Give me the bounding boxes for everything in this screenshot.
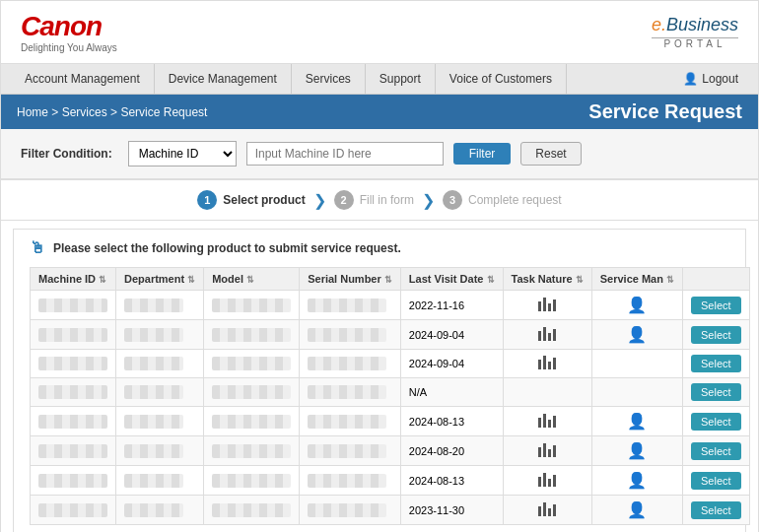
portal-label: PORTAL <box>652 37 738 49</box>
filter-select[interactable]: Machine ID <box>128 141 237 166</box>
cell-task-nature <box>503 291 591 320</box>
cell-service-man: 👤 <box>591 496 682 525</box>
page-title: Service Request <box>588 100 742 123</box>
cell-serial-number <box>300 291 401 320</box>
person-icon: 👤 <box>683 72 698 86</box>
cell-serial-number <box>300 496 401 525</box>
cell-task-nature <box>503 407 591 436</box>
step-2: 2 Fill in form <box>334 190 414 210</box>
cell-department <box>116 436 204 466</box>
cell-serial-number <box>300 350 401 378</box>
col-last-visit: Last Visit Date ⇅ <box>400 268 503 291</box>
step-1: 1 Select product <box>197 190 305 210</box>
nav-support[interactable]: Support <box>366 64 436 94</box>
select-button[interactable]: Select <box>691 472 741 490</box>
content-inner: 🖱 Please select the following product to… <box>14 230 745 532</box>
cell-model <box>204 350 300 378</box>
logout-button[interactable]: 👤 Logout <box>683 72 738 86</box>
service-man-icon: 👤 <box>627 413 647 430</box>
cell-select: Select <box>682 466 749 496</box>
cell-serial-number <box>300 466 401 496</box>
cell-service-man <box>591 350 682 378</box>
cell-task-nature <box>503 320 591 350</box>
nav-device-management[interactable]: Device Management <box>155 64 292 94</box>
cell-model <box>204 291 300 320</box>
select-button[interactable]: Select <box>691 326 741 344</box>
cell-machine-id <box>31 496 116 525</box>
step-3-num: 3 <box>443 190 462 210</box>
cell-serial-number <box>300 378 401 407</box>
cursor-icon: 🖱 <box>30 239 45 257</box>
select-button[interactable]: Select <box>691 297 741 314</box>
table-row: 2024-08-13👤Select <box>31 466 750 496</box>
cell-service-man: 👤 <box>591 291 682 320</box>
nav-account-management[interactable]: Account Management <box>11 64 155 94</box>
filter-label: Filter Condition: <box>21 147 112 161</box>
table-row: 2022-11-16👤Select <box>31 291 750 320</box>
cell-select: Select <box>682 407 749 436</box>
cell-select: Select <box>682 291 749 320</box>
service-man-icon: 👤 <box>627 501 647 518</box>
cell-task-nature <box>503 496 591 525</box>
cell-machine-id <box>31 350 116 378</box>
cell-last-visit: 2022-11-16 <box>400 291 503 320</box>
filter-input[interactable] <box>246 142 444 166</box>
info-row: 🖱 Please select the following product to… <box>30 239 729 257</box>
service-man-icon: 👤 <box>627 472 647 489</box>
task-nature-icon <box>538 356 556 369</box>
step-2-num: 2 <box>334 190 354 210</box>
cell-task-nature <box>503 350 591 378</box>
cell-machine-id <box>31 320 116 350</box>
cell-last-visit: 2023-11-30 <box>400 496 503 525</box>
cell-last-visit: 2024-09-04 <box>400 350 503 378</box>
select-button[interactable]: Select <box>691 442 741 460</box>
cell-last-visit: 2024-08-20 <box>400 436 503 466</box>
task-nature-icon <box>538 443 556 457</box>
step-3-label: Complete request <box>468 193 562 207</box>
cell-select: Select <box>682 320 749 350</box>
col-serial-number: Serial Number ⇅ <box>300 268 401 291</box>
task-nature-icon <box>538 414 556 428</box>
cell-serial-number <box>300 436 401 466</box>
select-button[interactable]: Select <box>691 383 741 401</box>
col-department: Department ⇅ <box>116 268 204 291</box>
cell-task-nature <box>503 436 591 466</box>
cell-serial-number <box>300 407 401 436</box>
select-button[interactable]: Select <box>691 501 741 519</box>
select-button[interactable]: Select <box>691 413 741 431</box>
table-row: 2024-09-04Select <box>31 350 750 378</box>
info-text: Please select the following product to s… <box>53 241 401 255</box>
nav-voice-of-customers[interactable]: Voice of Customers <box>436 64 567 94</box>
logout-label[interactable]: Logout <box>702 72 738 86</box>
table-header-row: Machine ID ⇅ Department ⇅ Model ⇅ Serial… <box>31 268 750 291</box>
cell-select: Select <box>682 436 749 466</box>
nav-bar: Account Management Device Management Ser… <box>1 64 758 95</box>
task-nature-icon <box>538 298 556 311</box>
logo-tagline: Delighting You Always <box>21 42 117 53</box>
cell-model <box>204 466 300 496</box>
col-service-man: Service Man ⇅ <box>591 268 682 291</box>
step-arrow-1: ❯ <box>313 191 326 210</box>
cell-model <box>204 320 300 350</box>
cell-service-man: 👤 <box>591 466 682 496</box>
ebusiness-title: e.Business <box>652 15 738 35</box>
cell-machine-id <box>31 291 116 320</box>
task-nature-icon <box>538 473 556 487</box>
logo-area: Canon Delighting You Always <box>21 11 117 53</box>
nav-services[interactable]: Services <box>292 64 366 94</box>
cell-department <box>116 320 204 350</box>
task-nature-icon <box>538 327 556 341</box>
canon-logo: Canon <box>21 11 117 42</box>
table-row: 2024-08-13👤Select <box>31 407 750 436</box>
service-man-icon: 👤 <box>627 297 647 313</box>
cell-model <box>204 436 300 466</box>
step-1-label: Select product <box>223 193 305 207</box>
step-arrow-2: ❯ <box>422 191 435 210</box>
ebusiness-logo: e.Business PORTAL <box>652 15 738 49</box>
filter-button[interactable]: Filter <box>453 143 512 165</box>
service-man-icon: 👤 <box>627 326 647 343</box>
cell-model <box>204 407 300 436</box>
cell-machine-id <box>31 436 116 466</box>
reset-button[interactable]: Reset <box>520 142 581 166</box>
select-button[interactable]: Select <box>691 355 741 372</box>
